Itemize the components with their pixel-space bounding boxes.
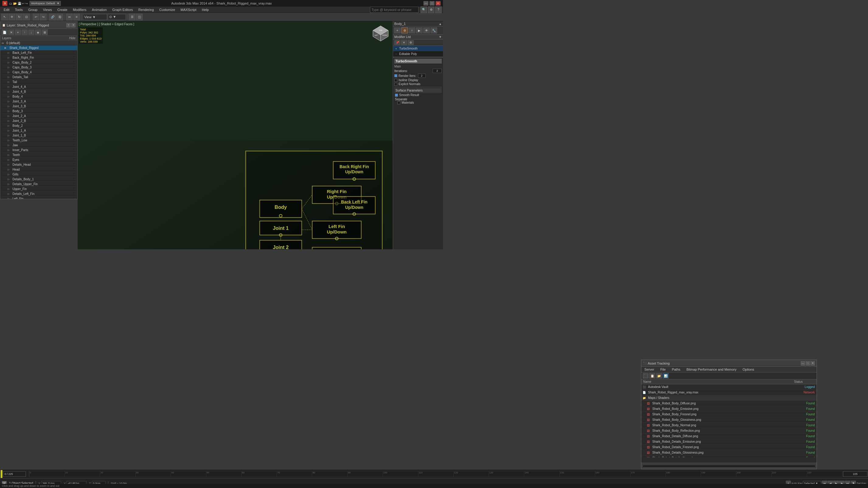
menu-edit[interactable]: Edit (1, 7, 12, 13)
settings-button[interactable]: ⚙ (428, 6, 434, 13)
layer-item-eyes[interactable]: ▷ Eyes ··· (0, 158, 77, 162)
select-button[interactable]: ↖ (1, 14, 8, 20)
scale-button[interactable]: ⊡ (23, 14, 30, 20)
redo-button[interactable]: ↪ (40, 14, 46, 20)
move-button[interactable]: ✛ (8, 14, 15, 20)
layer-item-caps-body-4[interactable]: ▷ Caps_Body_4 ··· (0, 70, 77, 75)
stats-edges: Edges: 1 016 613 (80, 37, 102, 40)
layer-button[interactable]: ☰ (129, 14, 135, 20)
layer-item-joint-2-a[interactable]: ▷ Joint_2_A ··· (0, 114, 77, 119)
materials-checkbox[interactable] (397, 101, 400, 104)
ribbon-button[interactable]: ◫ (136, 14, 143, 20)
create-icon[interactable]: + (394, 27, 401, 33)
layer-btn-up[interactable]: ↑ (22, 30, 28, 35)
reference-coord-dropdown[interactable]: View ▼ (83, 14, 107, 20)
layer-btn-add[interactable]: + (15, 30, 21, 35)
rotate-button[interactable]: ↻ (16, 14, 23, 20)
isoline-checkbox[interactable] (394, 79, 397, 82)
layer-panel-close[interactable]: ✕ (71, 23, 75, 27)
layer-item-shark-robot-rigged[interactable]: ▶ Shark_Robot_Rigged ··· (0, 45, 77, 51)
layer-item-details-upper-fin[interactable]: ▷ Details_Upper_Fin ··· (0, 182, 77, 187)
layer-item-body-2[interactable]: ▷ Body_2 ··· (0, 124, 77, 128)
layer-item-details-tail[interactable]: ▷ Details_Tail ··· (0, 75, 77, 80)
layer-item-body-4[interactable]: ▷ Body_4 ··· (0, 94, 77, 99)
layer-panel-help[interactable]: ? (66, 23, 70, 27)
layer-item-joint-4-b[interactable]: ▷ Joint_4_B ··· (0, 89, 77, 94)
layer-item-head[interactable]: ▷ Head ··· (0, 167, 77, 172)
layer-item-details-head[interactable]: ▷ Details_Head ··· (0, 162, 77, 167)
workspace-dropdown[interactable]: Workspace: Default ▼ (30, 1, 61, 6)
layer-item-0--default-[interactable]: 🗂 0 (default) ··· (0, 41, 77, 45)
layer-item-left-fin[interactable]: ▷ Left_Fin ··· (0, 196, 77, 199)
layer-item-details-left-fin[interactable]: ▷ Details_Left_Fin ··· (0, 192, 77, 196)
layer-item-back-left-fin[interactable]: ▷ Back_Left_Fin ··· (0, 51, 77, 55)
layer-item-upper-fin[interactable]: ▷ Upper_Fin ··· (0, 187, 77, 192)
layer-item-joint-3-b[interactable]: ▷ Joint_3_B ··· (0, 104, 77, 109)
search-input[interactable] (370, 7, 418, 13)
minimize-button[interactable]: — (424, 1, 428, 5)
layer-item-joint-2-b[interactable]: ▷ Joint_2_B ··· (0, 119, 77, 124)
menu-customize[interactable]: Customize (157, 7, 178, 13)
config-modifier-button[interactable]: ⚙ (408, 40, 414, 45)
viewport[interactable]: [ Perspective ] [ Shaded + Edged Faces ]… (78, 21, 393, 249)
layer-btn-6[interactable]: ⊞ (42, 30, 48, 35)
delete-modifier-button[interactable]: ✕ (401, 40, 407, 45)
layer-item-joint-1-a[interactable]: ▷ Joint_1_A ··· (0, 128, 77, 133)
menu-maxscript[interactable]: MAXScript (178, 7, 199, 13)
modifier-editable-poly[interactable]: ○ Editable Poly (393, 52, 443, 57)
layer-item-teeth-low[interactable]: ▷ Teeth_Low ··· (0, 138, 77, 143)
layer-btn-x[interactable]: ✕ (8, 30, 14, 35)
unlink-button[interactable]: ⛓ (57, 14, 63, 20)
layer-item-back-right-fin[interactable]: ▷ Back_Right_Fin ··· (0, 55, 77, 60)
smooth-result-checkbox[interactable] (395, 94, 398, 97)
layer-list[interactable]: 🗂 0 (default) ··· ▶ Shark_Robot_Rigged ·… (0, 41, 77, 199)
layer-item-inner-parts[interactable]: ▷ Inner_Parts ··· (0, 148, 77, 153)
mirror-button[interactable]: ⇔ (66, 14, 73, 20)
layer-item-jaw[interactable]: ▷ Jaw ··· (0, 143, 77, 148)
display-icon[interactable]: 👁 (423, 27, 430, 33)
layer-btn-5[interactable]: ◈ (35, 30, 41, 35)
modify-icon[interactable]: ⚙ (401, 27, 408, 33)
menu-tools[interactable]: Tools (12, 7, 25, 13)
layer-item-caps-body-3[interactable]: ▷ Caps_Body_3 ··· (0, 65, 77, 70)
utility-icon[interactable]: 🔧 (431, 27, 437, 33)
layer-btn-1[interactable]: 📄 (2, 30, 8, 35)
search-button[interactable]: 🔍 (421, 6, 427, 13)
explicit-normals-checkbox[interactable] (394, 83, 397, 86)
layer-item-teeth[interactable]: ▷ Teeth ··· (0, 153, 77, 158)
menu-group[interactable]: Group (26, 7, 40, 13)
layer-item-body-3[interactable]: ▷ Body_3 ··· (0, 109, 77, 114)
menu-rendering[interactable]: Rendering (136, 7, 156, 13)
pin-button[interactable]: 📌 (394, 40, 400, 45)
help-button[interactable]: ? (435, 6, 442, 13)
link-button[interactable]: 🔗 (49, 14, 56, 20)
close-button[interactable]: ✕ (436, 1, 440, 5)
cube-widget[interactable]: TOP FRONT LEFT (371, 24, 390, 42)
layer-item-joint-3-a[interactable]: ▷ Joint_3_A ··· (0, 99, 77, 104)
layer-item-tail[interactable]: ▷ Tail ··· (0, 80, 77, 85)
menu-views[interactable]: Views (40, 7, 54, 13)
layer-item-gills[interactable]: ▷ Gills ··· (0, 172, 77, 177)
iterations-input[interactable] (433, 69, 442, 73)
undo-button[interactable]: ↩ (33, 14, 39, 20)
pivot-dropdown[interactable]: ⊙ ▼ (108, 14, 126, 20)
modifier-turbosmooth[interactable]: ● TurboSmooth (393, 46, 443, 52)
render-iters-input[interactable] (418, 73, 426, 78)
menu-help[interactable]: Help (199, 7, 212, 13)
render-iters-checkbox[interactable] (394, 74, 397, 77)
layer-item-caps-body-2[interactable]: ▷ Caps_Body_2 ··· (0, 60, 77, 65)
layer-btn-down[interactable]: ↓ (28, 30, 34, 35)
menu-create[interactable]: Create (55, 7, 70, 13)
maximize-button[interactable]: □ (430, 1, 434, 5)
menu-graph-editors[interactable]: Graph Editors (110, 7, 135, 13)
menu-animation[interactable]: Animation (89, 7, 109, 13)
menu-modifiers[interactable]: Modifiers (70, 7, 89, 13)
align-button[interactable]: ≡ (73, 14, 80, 20)
layer-item-joint-1-b[interactable]: ▷ Joint_1_B ··· (0, 133, 77, 138)
layer-item-joint-4-a[interactable]: ▷ Joint_4_A ··· (0, 85, 77, 89)
expand-icon[interactable]: ▲ (439, 22, 442, 26)
separator (394, 87, 442, 87)
hierarchy-icon[interactable]: ⑂ (409, 27, 415, 33)
layer-item-details-body-1[interactable]: ▷ Details_Body_1 ··· (0, 177, 77, 182)
motion-icon[interactable]: ▶ (416, 27, 423, 33)
